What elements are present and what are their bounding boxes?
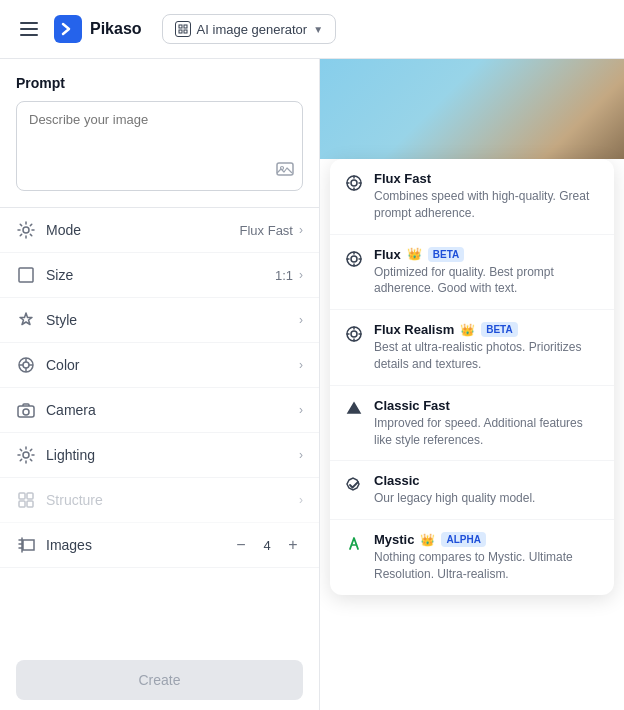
svg-rect-4 xyxy=(277,163,293,175)
main-layout: Prompt xyxy=(0,59,624,710)
style-label: Style xyxy=(46,312,293,328)
right-panel: Flux Fast Combines speed with high-quali… xyxy=(320,59,624,710)
classic-content: Classic Our legacy high quality model. xyxy=(374,473,600,507)
mode-item-flux[interactable]: Flux 👑 BETA Optimized for quality. Best … xyxy=(330,235,614,311)
image-upload-icon[interactable] xyxy=(276,160,294,182)
svg-rect-20 xyxy=(27,501,33,507)
mode-item-mystic[interactable]: Mystic 👑 ALPHA Nothing compares to Mysti… xyxy=(330,520,614,595)
mode-selector-label: AI image generator xyxy=(197,22,308,37)
svg-point-24 xyxy=(351,256,357,262)
setting-row-style[interactable]: Style › xyxy=(0,298,319,343)
svg-point-15 xyxy=(23,409,29,415)
flux-fast-title: Flux Fast xyxy=(374,171,600,186)
camera-icon xyxy=(16,400,36,420)
mode-chevron: › xyxy=(299,223,303,237)
mode-item-flux-fast[interactable]: Flux Fast Combines speed with high-quali… xyxy=(330,159,614,235)
color-chevron: › xyxy=(299,358,303,372)
flux-badge: BETA xyxy=(428,247,464,262)
svg-rect-19 xyxy=(19,501,25,507)
images-count: 4 xyxy=(261,538,273,553)
color-label: Color xyxy=(46,357,293,373)
create-button[interactable]: Create xyxy=(16,660,303,700)
structure-chevron: › xyxy=(299,493,303,507)
classic-title: Classic xyxy=(374,473,600,488)
classic-desc: Our legacy high quality model. xyxy=(374,490,600,507)
images-plus-button[interactable]: + xyxy=(283,535,303,555)
mystic-crown: 👑 xyxy=(420,533,435,547)
flux-realism-desc: Best at ultra-realistic photos. Prioriti… xyxy=(374,339,600,373)
svg-rect-17 xyxy=(19,493,25,499)
mode-selector[interactable]: AI image generator ▼ xyxy=(162,14,336,44)
header: Pikaso AI image generator ▼ xyxy=(0,0,624,59)
settings-list: Mode Flux Fast › Size 1:1 › xyxy=(0,208,319,648)
mode-item-flux-realism[interactable]: Flux Realism 👑 BETA Best at ultra-realis… xyxy=(330,310,614,386)
size-chevron: › xyxy=(299,268,303,282)
images-icon xyxy=(16,535,36,555)
svg-point-6 xyxy=(23,227,29,233)
svg-rect-2 xyxy=(179,30,182,33)
svg-rect-3 xyxy=(184,30,187,33)
flux-crown: 👑 xyxy=(407,247,422,261)
app-title: Pikaso xyxy=(90,20,142,38)
svg-rect-1 xyxy=(184,25,187,28)
svg-point-26 xyxy=(351,331,357,337)
svg-point-22 xyxy=(351,180,357,186)
classic-fast-desc: Improved for speed. Additional features … xyxy=(374,415,600,449)
color-icon xyxy=(16,355,36,375)
setting-row-color[interactable]: Color › xyxy=(0,343,319,388)
images-label: Images xyxy=(46,537,231,553)
menu-button[interactable] xyxy=(16,18,42,40)
mode-dropdown: Flux Fast Combines speed with high-quali… xyxy=(330,159,614,595)
size-label: Size xyxy=(46,267,275,283)
svg-point-9 xyxy=(23,362,29,368)
chevron-down-icon: ▼ xyxy=(313,24,323,35)
svg-rect-0 xyxy=(179,25,182,28)
classic-fast-content: Classic Fast Improved for speed. Additio… xyxy=(374,398,600,449)
setting-row-size[interactable]: Size 1:1 › xyxy=(0,253,319,298)
lighting-chevron: › xyxy=(299,448,303,462)
lighting-icon xyxy=(16,445,36,465)
flux-fast-icon xyxy=(344,173,364,193)
flux-realism-content: Flux Realism 👑 BETA Best at ultra-realis… xyxy=(374,322,600,373)
setting-row-mode[interactable]: Mode Flux Fast › xyxy=(0,208,319,253)
create-btn-wrapper: Create xyxy=(0,648,319,710)
images-counter: − 4 + xyxy=(231,535,303,555)
setting-row-lighting[interactable]: Lighting › xyxy=(0,433,319,478)
mode-icon xyxy=(16,220,36,240)
prompt-textarea-wrapper xyxy=(16,101,303,191)
prompt-input[interactable] xyxy=(29,112,290,172)
classic-fast-icon xyxy=(344,400,364,420)
mystic-title: Mystic 👑 ALPHA xyxy=(374,532,600,547)
structure-label: Structure xyxy=(46,492,293,508)
logo-icon xyxy=(54,15,82,43)
logo-container: Pikaso xyxy=(54,15,142,43)
setting-row-structure[interactable]: Structure › xyxy=(0,478,319,523)
mode-label: Mode xyxy=(46,222,240,238)
svg-point-16 xyxy=(23,452,29,458)
flux-content: Flux 👑 BETA Optimized for quality. Best … xyxy=(374,247,600,298)
lighting-label: Lighting xyxy=(46,447,293,463)
flux-realism-icon xyxy=(344,324,364,344)
classic-fast-title: Classic Fast xyxy=(374,398,600,413)
flux-fast-desc: Combines speed with high-quality. Great … xyxy=(374,188,600,222)
size-value: 1:1 xyxy=(275,268,293,283)
flux-realism-title: Flux Realism 👑 BETA xyxy=(374,322,600,337)
images-minus-button[interactable]: − xyxy=(231,535,251,555)
mystic-icon xyxy=(344,534,364,554)
mode-item-classic-fast[interactable]: Classic Fast Improved for speed. Additio… xyxy=(330,386,614,462)
left-panel: Prompt xyxy=(0,59,320,710)
structure-icon xyxy=(16,490,36,510)
flux-realism-crown: 👑 xyxy=(460,323,475,337)
setting-row-camera[interactable]: Camera › xyxy=(0,388,319,433)
mystic-content: Mystic 👑 ALPHA Nothing compares to Mysti… xyxy=(374,532,600,583)
ai-image-icon xyxy=(175,21,191,37)
flux-desc: Optimized for quality. Best prompt adher… xyxy=(374,264,600,298)
svg-rect-18 xyxy=(27,493,33,499)
svg-rect-7 xyxy=(19,268,33,282)
mode-item-classic[interactable]: Classic Our legacy high quality model. xyxy=(330,461,614,520)
image-preview xyxy=(320,59,624,159)
flux-icon xyxy=(344,249,364,269)
style-chevron: › xyxy=(299,313,303,327)
classic-icon xyxy=(344,475,364,495)
size-icon xyxy=(16,265,36,285)
